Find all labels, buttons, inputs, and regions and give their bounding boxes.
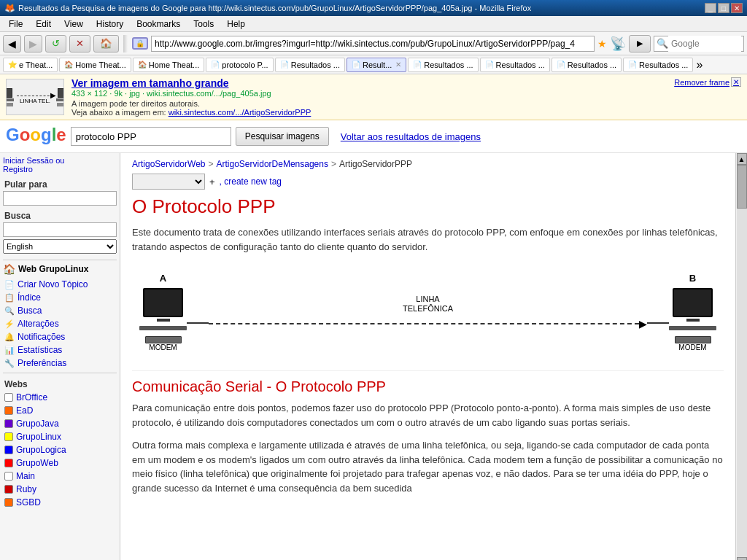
diag-wire-right [647, 322, 669, 324]
bookmark-home-theater1[interactable]: 🏠 Home Theat... [59, 58, 131, 72]
menu-file[interactable]: File [3, 18, 28, 31]
back-button[interactable]: ◀ [3, 35, 21, 52]
web-gruplinux-title: Web GrupoLinux [18, 264, 88, 274]
breadcrumb-artigo-servidor-mensagens[interactable]: ArtigoServidorDeMensagens [217, 159, 328, 169]
forward-button[interactable]: ▶ [24, 35, 42, 52]
preview-rights: A imagem pode ter direitos autorais. [71, 99, 667, 108]
scroll-track[interactable] [737, 165, 747, 557]
remove-frame-link[interactable]: Remover frame ✕ [674, 77, 741, 87]
bookmark-icon: 📄 [280, 61, 289, 69]
tag-bar: + , create new tag [132, 174, 724, 190]
bookmark-resultados4[interactable]: 📄 Resultados ... [551, 58, 622, 72]
main-dot [4, 472, 13, 481]
webs-item-broffice[interactable]: BrOffice [3, 391, 117, 404]
sidebar: Iniciar Sessão ou Registro Pular para Bu… [0, 153, 120, 560]
content-area[interactable]: ArtigoServidorWeb > ArtigoServidorDeMens… [120, 153, 735, 560]
bookmark-protocolo[interactable]: 📄 protocolo P... [206, 58, 273, 72]
sidebar-item-label: Índice [18, 292, 41, 303]
tag-plus-icon: + [209, 176, 215, 187]
sgbd-dot [4, 498, 13, 507]
sidebar-item-criar-topico[interactable]: 📄 Criar Novo Tópico [3, 278, 117, 291]
bookmark-home-theater2[interactable]: 🏠 Home Theat... [133, 58, 205, 72]
bookmark-resultados2[interactable]: 📄 Resultados ... [408, 58, 478, 72]
diag-modem-box-b [675, 336, 711, 343]
create-new-tag-link[interactable]: , create new tag [220, 176, 282, 187]
indice-icon: 📋 [4, 292, 15, 303]
webs-item-grupoweb[interactable]: GrupoWeb [3, 456, 117, 470]
diag-modem-label-a: MODEM [145, 343, 182, 351]
webs-item-sgbd[interactable]: SGBD [3, 496, 117, 509]
rss-icon: 📡 [610, 36, 626, 52]
google-search-input[interactable] [71, 127, 231, 146]
webs-item-grupojava[interactable]: GrupoJava [3, 417, 117, 430]
criar-topico-icon: 📄 [4, 279, 15, 289]
menu-view[interactable]: View [58, 18, 89, 31]
breadcrumb-artigo-servidor-web[interactable]: ArtigoServidorWeb [132, 159, 206, 169]
sidebar-item-preferencias[interactable]: 🔧 Preferências [3, 357, 117, 370]
diag-wire-left [187, 322, 209, 324]
diag-monitor-a [143, 288, 183, 317]
tag-select[interactable] [132, 174, 205, 190]
toolbar: ◀ ▶ ↺ ✕ 🏠 🔒 http://www.google.com.br/img… [0, 32, 747, 55]
close-button[interactable]: ✕ [731, 3, 743, 13]
close-tab-icon[interactable]: ✕ [395, 61, 401, 69]
sidebar-item-busca[interactable]: 🔍 Busca [3, 304, 117, 317]
menu-bookmarks[interactable]: Bookmarks [131, 18, 186, 31]
busca-input[interactable] [3, 222, 117, 237]
ead-dot [4, 406, 13, 415]
pular-para-input[interactable] [3, 191, 117, 206]
scroll-up-button[interactable]: ▲ [737, 153, 747, 165]
preview-title-link[interactable]: Ver imagem em tamanho grande [71, 77, 667, 89]
webs-item-ruby[interactable]: Ruby [3, 483, 117, 496]
preview-site-link[interactable]: wiki.sintectus.com/.../ArtigoServidorPPP [169, 108, 311, 117]
sidebar-item-indice[interactable]: 📋 Índice [3, 291, 117, 304]
reload-button[interactable]: ↺ [45, 35, 66, 52]
voltar-resultados-link[interactable]: Voltar aos resultados de imagens [341, 131, 481, 142]
breadcrumb-current: ArtigoServidorPPP [339, 159, 412, 169]
registro-link[interactable]: Registro [3, 165, 117, 174]
bookmarks-more-button[interactable]: » [696, 58, 703, 71]
breadcrumb: ArtigoServidorWeb > ArtigoServidorDeMens… [132, 159, 724, 169]
webs-item-main[interactable]: Main [3, 470, 117, 483]
stop-button[interactable]: ✕ [69, 35, 90, 52]
sidebar-item-estatisticas[interactable]: 📊 Estatísticas [3, 343, 117, 357]
article-intro: Este documento trata de conexões utiliza… [132, 225, 724, 254]
titlebar-controls[interactable]: _ □ ✕ [705, 3, 743, 13]
scroll-down-button[interactable]: ▼ [737, 557, 747, 560]
bookmark-icon: 📄 [352, 61, 360, 69]
scrollbar[interactable]: ▲ ▼ [735, 153, 747, 560]
go-button[interactable]: ▶ [629, 35, 651, 52]
url-input[interactable]: http://www.google.com.br/imgres?imgurl=h… [151, 36, 595, 52]
diag-monitor-b [673, 288, 713, 317]
webs-item-ead[interactable]: EaD [3, 404, 117, 417]
preferencias-icon: 🔧 [4, 358, 15, 368]
menu-edit[interactable]: Edit [30, 18, 57, 31]
minimize-button[interactable]: _ [705, 3, 716, 13]
diag-phone-line: LINHATELEFÔNICA ▶ [209, 295, 647, 330]
bookmark-resultados5[interactable]: 📄 Resultados ... [623, 58, 693, 72]
search-input[interactable] [668, 36, 741, 52]
menu-tools[interactable]: Tools [187, 18, 220, 31]
image-preview-bar: ▶ LINHA TEL. Ver imagem em tamanho grand… [0, 74, 747, 120]
bookmark-resultados1[interactable]: 📄 Resultados ... [275, 58, 345, 72]
google-search-button[interactable]: Pesquisar imagens [236, 127, 329, 146]
sidebar-item-alteracoes[interactable]: ⚡ Alterações [3, 317, 117, 330]
bookmark-result-active[interactable]: 📄 Result... ✕ [347, 58, 406, 72]
iniciar-sessao-link[interactable]: Iniciar Sessão ou [3, 156, 117, 165]
diag-base-b [669, 326, 716, 330]
bookmark-theater1[interactable]: ⭐ e Theat... [3, 58, 58, 72]
webs-item-grupolinux[interactable]: GrupoLinux [3, 430, 117, 443]
language-select[interactable]: English Português Español [3, 239, 117, 254]
diag-dashed-line [209, 323, 639, 324]
sidebar-item-label: Preferências [18, 358, 66, 368]
maximize-button[interactable]: □ [718, 3, 729, 13]
home-button[interactable]: 🏠 [93, 35, 119, 52]
sidebar-item-notificacoes[interactable]: 🔔 Notificações [3, 330, 117, 343]
webs-item-grupologica[interactable]: GrupoLogica [3, 443, 117, 456]
bookmark-resultados3[interactable]: 📄 Resultados ... [480, 58, 550, 72]
scroll-thumb[interactable] [737, 165, 747, 209]
menu-help[interactable]: Help [221, 18, 251, 31]
menu-history[interactable]: History [90, 18, 129, 31]
bookmark-star-icon[interactable]: ★ [597, 38, 607, 50]
busca-icon: 🔍 [4, 306, 15, 316]
